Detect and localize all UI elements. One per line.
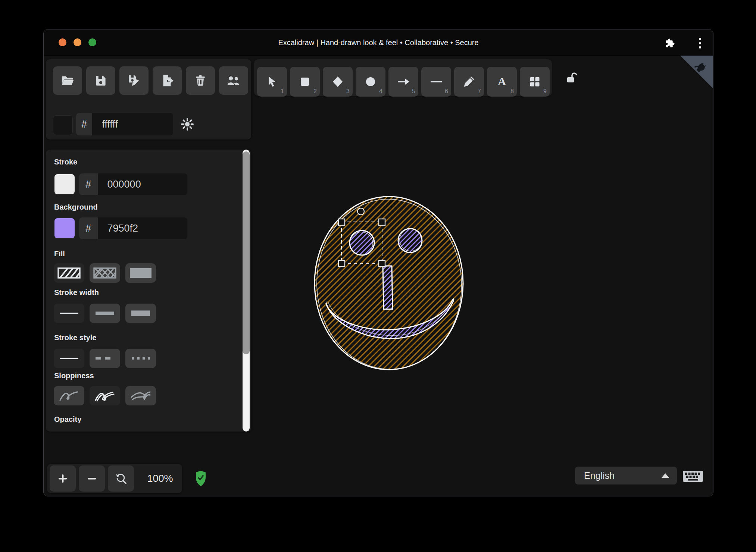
fill-solid-button[interactable] (125, 263, 156, 283)
canvas-background-hex-field: # (76, 113, 173, 135)
tool-diamond[interactable]: 3 (323, 67, 353, 97)
tool-shortcut: 2 (313, 88, 317, 95)
resize-handle-sw (338, 260, 345, 267)
canvas-background-swatch[interactable] (53, 115, 73, 135)
tool-text[interactable]: A 8 (487, 67, 517, 97)
export-button[interactable] (153, 66, 182, 95)
stroke-style-dashed-button[interactable] (90, 349, 120, 368)
zoom-percentage[interactable]: 100% (140, 464, 180, 493)
stroke-style-dotted-button[interactable] (125, 349, 156, 368)
tool-rectangle[interactable]: 2 (290, 67, 320, 97)
extensions-puzzle-icon[interactable] (663, 37, 675, 51)
zoom-in-button[interactable] (50, 465, 76, 492)
stroke-color-swatch[interactable] (54, 174, 75, 194)
reset-zoom-button[interactable] (108, 465, 134, 492)
titlebar: Excalidraw | Hand-drawn look & feel • Co… (44, 29, 713, 56)
save-file-button[interactable] (86, 66, 115, 95)
save-as-button[interactable] (119, 66, 149, 95)
background-hex-field: # (79, 217, 187, 239)
tool-shortcut: 8 (510, 88, 514, 95)
browser-menu-kebab-icon[interactable] (698, 37, 702, 49)
sloppiness-architect-button[interactable] (54, 386, 84, 405)
fill-hachure-button[interactable] (54, 263, 84, 283)
github-corner-ribbon[interactable] (680, 56, 713, 91)
stroke-style-label: Stroke style (54, 333, 96, 342)
tool-selection[interactable]: 1 (257, 67, 287, 97)
tool-line[interactable]: 6 (421, 67, 451, 97)
stroke-hex-input[interactable] (98, 173, 187, 195)
chevron-up-icon (661, 473, 669, 478)
fill-label: Fill (54, 250, 65, 258)
smiley-left-eye-selected (350, 230, 374, 255)
canvas-background-hex-input[interactable] (92, 113, 173, 135)
tool-shortcut: 7 (478, 88, 481, 95)
panel-scrollbar[interactable] (243, 150, 250, 432)
hash-prefix: # (79, 173, 98, 195)
rotation-handle (357, 208, 364, 215)
theme-toggle-sun-icon[interactable] (180, 117, 194, 133)
element-properties-panel: Stroke # Background # Fill (46, 150, 251, 432)
tool-shortcut: 9 (543, 88, 547, 95)
resize-handle-nw (338, 219, 345, 225)
background-color-swatch[interactable] (54, 218, 75, 238)
tool-shortcut: 3 (346, 88, 350, 95)
keep-tool-active-unlock-icon[interactable] (563, 70, 580, 86)
file-actions-panel: # (46, 59, 251, 139)
sloppiness-cartoonist-button[interactable] (125, 386, 156, 405)
stroke-width-label: Stroke width (54, 288, 99, 297)
stroke-hex-field: # (79, 173, 187, 195)
language-select[interactable]: English (575, 467, 677, 484)
tool-shortcut: 6 (445, 88, 448, 95)
stroke-width-bold-button[interactable] (90, 304, 120, 323)
smiley-right-eye (398, 229, 422, 253)
tool-arrow[interactable]: 5 (388, 67, 418, 97)
zoom-controls: 100% (47, 464, 182, 493)
stroke-style-solid-button[interactable] (54, 349, 84, 368)
open-file-button[interactable] (53, 66, 82, 95)
language-value: English (584, 470, 661, 481)
opacity-label: Opacity (54, 415, 81, 424)
keyboard-shortcuts-icon[interactable] (682, 470, 703, 484)
tool-draw[interactable]: 7 (454, 67, 484, 97)
background-hex-input[interactable] (98, 217, 187, 239)
encryption-shield-icon[interactable] (196, 470, 206, 488)
stroke-width-thin-button[interactable] (54, 304, 84, 323)
panel-scrollbar-thumb[interactable] (243, 151, 250, 354)
excalidraw-window: Excalidraw | Hand-drawn look & feel • Co… (43, 29, 713, 496)
background-label: Background (54, 203, 98, 211)
collaborators-button[interactable] (219, 66, 248, 95)
tool-shortcut: 4 (379, 88, 382, 95)
tool-shortcut: 1 (281, 88, 284, 95)
clear-canvas-trash-button[interactable] (186, 66, 215, 95)
tool-shortcut: 5 (412, 88, 415, 95)
hash-prefix: # (79, 217, 98, 239)
svg-text:A: A (498, 75, 506, 87)
resize-handle-ne (379, 219, 385, 225)
sloppiness-label: Sloppiness (54, 371, 94, 380)
smiley-nose (383, 266, 393, 309)
excalidraw-canvas-area[interactable]: # Stroke # Background # (44, 56, 713, 496)
shape-tools-panel: 1 2 3 4 5 (254, 59, 552, 96)
fill-cross-hatch-button[interactable] (90, 263, 120, 283)
resize-handle-se (379, 260, 385, 267)
window-title: Excalidraw | Hand-drawn look & feel • Co… (44, 29, 713, 56)
hash-prefix: # (76, 113, 92, 135)
stroke-label: Stroke (54, 158, 77, 166)
screen: Excalidraw | Hand-drawn look & feel • Co… (0, 0, 756, 552)
stroke-width-extra-bold-button[interactable] (125, 304, 156, 323)
sloppiness-artist-button[interactable] (90, 386, 120, 405)
tool-ellipse[interactable]: 4 (356, 67, 385, 97)
zoom-out-button[interactable] (79, 465, 105, 492)
tool-library[interactable]: 9 (520, 67, 550, 97)
